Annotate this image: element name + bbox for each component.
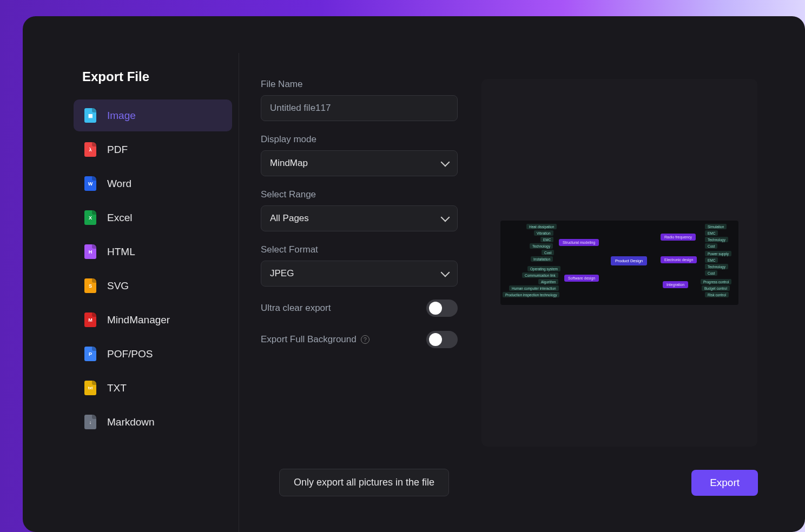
html-file-icon: H: [84, 244, 96, 259]
help-icon[interactable]: ?: [361, 335, 369, 344]
sidebar-item-label: POF/POS: [107, 348, 153, 360]
export-pictures-only-button[interactable]: Only export all pictures in the file: [279, 469, 449, 496]
mm-leaf: EMC: [705, 257, 718, 263]
mm-leaf: Algorithm: [538, 279, 558, 284]
mindmanager-file-icon: M: [84, 312, 96, 327]
display-mode-value: MindMap: [270, 158, 308, 169]
format-label: Select Format: [261, 244, 458, 255]
word-file-icon: W: [84, 176, 96, 191]
range-label: Select Range: [261, 189, 458, 200]
display-mode-select[interactable]: MindMap: [261, 150, 458, 176]
mm-branch: Software design: [564, 275, 599, 282]
sidebar-item-html[interactable]: H HTML: [74, 236, 232, 268]
txt-file-icon: txt: [84, 381, 96, 395]
chevron-down-icon: [441, 268, 450, 277]
mm-leaf: Production inspection technology: [503, 292, 559, 297]
mm-leaf: Technology: [705, 264, 728, 269]
image-file-icon: ▦: [84, 108, 96, 123]
mm-leaf: Progress control: [701, 279, 731, 284]
sidebar-item-word[interactable]: W Word: [74, 168, 232, 200]
mm-leaf: Communication link: [522, 272, 558, 278]
sidebar-item-markdown[interactable]: ↓ Markdown: [74, 406, 232, 438]
mm-leaf: Risk control: [705, 292, 729, 297]
pof-file-icon: P: [84, 347, 96, 361]
mm-branch: Radio frequency: [661, 234, 696, 241]
sidebar-item-mindmanager[interactable]: M MindManager: [74, 304, 232, 336]
chevron-down-icon: [441, 158, 450, 167]
mm-leaf: EMC: [540, 237, 553, 242]
filename-label: File Name: [261, 79, 458, 90]
export-preview: Product Design Structural modeling Softw…: [481, 79, 757, 447]
sidebar-item-label: TXT: [107, 382, 127, 394]
sidebar-item-txt[interactable]: txt TXT: [74, 372, 232, 404]
mm-leaf: Operating system: [527, 266, 560, 271]
mm-leaf: EMC: [705, 230, 718, 236]
mindmap-preview: Product Design Structural modeling Softw…: [500, 221, 738, 305]
toggle-knob: [429, 302, 442, 315]
chevron-down-icon: [441, 213, 450, 222]
format-select[interactable]: JPEG: [261, 261, 458, 287]
sidebar-item-label: Markdown: [107, 416, 155, 428]
pdf-file-icon: λ: [84, 142, 96, 157]
export-main: File Name Untitled file117 Display mode …: [239, 53, 805, 532]
filename-value: Untitled file117: [270, 103, 331, 114]
sidebar-item-label: PDF: [107, 144, 128, 156]
mm-leaf: Simulation: [705, 224, 727, 229]
mm-branch: Integration: [663, 281, 688, 288]
mm-branch: Structural modeling: [559, 239, 599, 246]
sidebar-item-label: SVG: [107, 280, 129, 292]
dialog-footer: Only export all pictures in the file Exp…: [279, 469, 758, 496]
full-bg-label: Export Full Background ?: [261, 334, 369, 345]
sidebar-item-svg[interactable]: S SVG: [74, 270, 232, 302]
ultra-clear-label: Ultra clear export: [261, 303, 331, 314]
sidebar-item-label: MindManager: [107, 314, 170, 326]
mm-leaf: Budget control: [702, 285, 730, 291]
full-bg-toggle[interactable]: [426, 331, 458, 348]
mm-leaf: Technology: [705, 237, 728, 242]
mm-leaf: Cost: [705, 243, 717, 249]
mm-leaf: Technology: [530, 243, 553, 249]
sidebar-item-excel[interactable]: X Excel: [74, 202, 232, 234]
export-dialog: Export File ▦ Image λ PDF W Word X Excel…: [23, 16, 805, 532]
svg-file-icon: S: [84, 278, 96, 293]
mm-leaf: Power supply: [705, 251, 731, 256]
sidebar-item-label: Image: [107, 110, 136, 122]
markdown-file-icon: ↓: [84, 415, 96, 429]
range-select[interactable]: All Pages: [261, 205, 458, 231]
sidebar-item-label: Word: [107, 178, 131, 190]
sidebar-item-pofpos[interactable]: P POF/POS: [74, 338, 232, 370]
excel-file-icon: X: [84, 210, 96, 225]
sidebar-item-image[interactable]: ▦ Image: [74, 99, 232, 131]
ultra-clear-toggle[interactable]: [426, 300, 458, 317]
mm-leaf: Heat dissipation: [526, 224, 557, 229]
sidebar-item-label: HTML: [107, 246, 135, 258]
export-sidebar: Export File ▦ Image λ PDF W Word X Excel…: [71, 53, 239, 532]
sidebar-item-pdf[interactable]: λ PDF: [74, 134, 232, 165]
toggle-knob: [429, 333, 442, 346]
export-form: File Name Untitled file117 Display mode …: [261, 79, 458, 532]
display-mode-label: Display mode: [261, 134, 458, 145]
mm-leaf: Human computer interaction: [509, 285, 559, 291]
format-value: JPEG: [270, 268, 294, 279]
export-button[interactable]: Export: [691, 470, 758, 496]
dialog-title: Export File: [82, 69, 239, 84]
mm-leaf: Cost: [542, 250, 554, 255]
mm-leaf: Vibration: [534, 230, 553, 236]
range-value: All Pages: [270, 213, 309, 224]
mm-leaf: Cost: [705, 270, 717, 276]
sidebar-item-label: Excel: [107, 212, 132, 224]
mm-root: Product Design: [611, 256, 647, 265]
mm-branch: Electronic design: [661, 256, 697, 263]
mm-leaf: Installation: [531, 256, 553, 262]
filename-input[interactable]: Untitled file117: [261, 95, 458, 121]
